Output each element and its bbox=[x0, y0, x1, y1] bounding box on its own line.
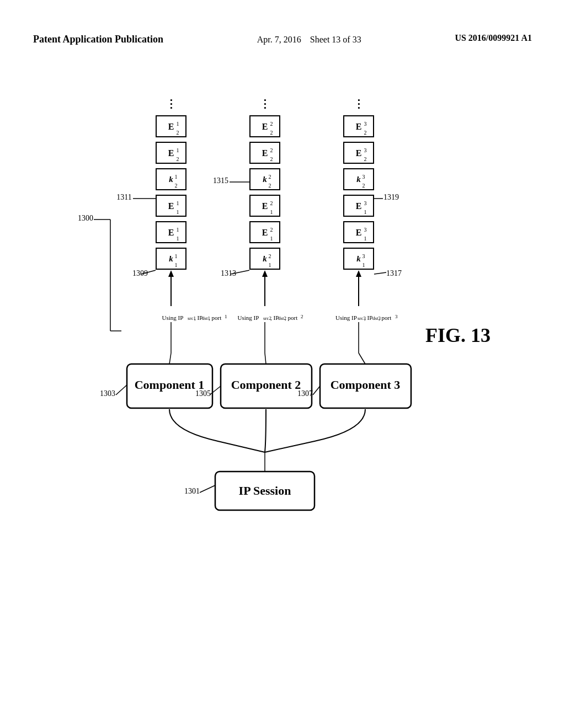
component2-box bbox=[221, 364, 312, 408]
ref-1301: 1301 bbox=[184, 487, 200, 495]
svg-text:k: k bbox=[169, 175, 173, 184]
svg-line-91 bbox=[200, 485, 215, 493]
svg-text:2: 2 bbox=[364, 130, 367, 136]
svg-text:2: 2 bbox=[364, 156, 367, 162]
svg-text:, port: , port bbox=[285, 314, 297, 321]
svg-text:E: E bbox=[262, 148, 268, 158]
svg-text:src3: src3 bbox=[358, 315, 366, 321]
page-header: Patent Application Publication Apr. 7, 2… bbox=[0, 33, 565, 46]
svg-text:2: 2 bbox=[270, 227, 273, 233]
session-box bbox=[215, 472, 315, 510]
svg-text:2: 2 bbox=[269, 253, 271, 259]
svg-line-84 bbox=[116, 385, 127, 395]
svg-text:2: 2 bbox=[363, 183, 365, 189]
svg-text:2: 2 bbox=[269, 174, 271, 180]
svg-text:3: 3 bbox=[364, 227, 367, 233]
enc-box-col3-E32-top bbox=[344, 116, 374, 137]
svg-text:1: 1 bbox=[177, 121, 179, 127]
svg-line-88 bbox=[265, 353, 266, 364]
ref-1305: 1305 bbox=[195, 389, 211, 398]
svg-text:src1: src1 bbox=[188, 315, 196, 321]
svg-text:3: 3 bbox=[395, 314, 398, 319]
svg-marker-20 bbox=[168, 270, 174, 277]
enc-box-col3-E31-2 bbox=[344, 222, 374, 243]
ref-1313: 1313 bbox=[221, 269, 236, 277]
svg-text:E: E bbox=[262, 122, 268, 131]
svg-text:E: E bbox=[262, 201, 268, 211]
svg-line-73 bbox=[374, 272, 386, 274]
ref-1319: 1319 bbox=[383, 193, 399, 201]
component1-label: Component 1 bbox=[135, 378, 205, 392]
svg-text:, IP: , IP bbox=[270, 314, 279, 321]
svg-text:2: 2 bbox=[177, 156, 179, 162]
svg-text:, IP: , IP bbox=[364, 314, 372, 321]
ref-1317: 1317 bbox=[386, 269, 402, 277]
svg-text:dst3: dst3 bbox=[372, 315, 381, 321]
brace-left bbox=[169, 409, 265, 452]
svg-text:E: E bbox=[356, 148, 362, 158]
ref-1307: 1307 bbox=[297, 389, 313, 398]
dots-col1: ⋮ bbox=[166, 98, 177, 110]
publication-text: Patent Application Publication bbox=[33, 34, 163, 45]
svg-text:2: 2 bbox=[301, 314, 303, 319]
component3-box bbox=[320, 364, 411, 408]
ref-1309: 1309 bbox=[132, 269, 148, 277]
patent-text: US 2016/0099921 A1 bbox=[455, 33, 532, 42]
svg-text:E: E bbox=[262, 228, 268, 237]
svg-text:2: 2 bbox=[270, 200, 273, 206]
svg-text:1: 1 bbox=[364, 235, 367, 242]
enc-box-col1-E11 bbox=[156, 195, 186, 216]
enc-box-col2-E22-2 bbox=[250, 142, 280, 163]
brace-middle bbox=[265, 409, 266, 452]
svg-text:, port: , port bbox=[379, 314, 391, 321]
svg-text:1: 1 bbox=[225, 314, 227, 319]
publication-title: Patent Application Publication bbox=[33, 33, 163, 46]
fig-label: FIG. 13 bbox=[425, 324, 491, 346]
key-box-col1-k11 bbox=[156, 248, 186, 269]
svg-text:dst1: dst1 bbox=[202, 315, 210, 321]
svg-line-85 bbox=[210, 386, 221, 395]
ref-1300: 1300 bbox=[78, 214, 93, 222]
component3-label: Component 3 bbox=[331, 378, 401, 392]
key-box-col2-k21 bbox=[250, 248, 280, 269]
enc-box-col1-E11-2 bbox=[156, 222, 186, 243]
enc-box-col3-E31 bbox=[344, 195, 374, 216]
svg-text:1: 1 bbox=[175, 253, 178, 259]
svg-text:, IP: , IP bbox=[194, 314, 202, 321]
svg-text:1: 1 bbox=[270, 235, 273, 242]
using-label-col1: Using IP bbox=[162, 314, 184, 321]
key-box-col3-k31 bbox=[344, 248, 374, 269]
svg-text:1: 1 bbox=[175, 174, 178, 180]
svg-text:2: 2 bbox=[175, 183, 178, 189]
svg-text:3: 3 bbox=[364, 147, 367, 153]
svg-text:k: k bbox=[263, 175, 267, 184]
svg-text:2: 2 bbox=[270, 147, 273, 153]
component1-box bbox=[127, 364, 212, 408]
svg-text:2: 2 bbox=[270, 130, 273, 136]
component2-label: Component 2 bbox=[231, 378, 301, 392]
svg-text:E: E bbox=[168, 228, 174, 237]
svg-text:3: 3 bbox=[364, 200, 367, 206]
enc-box-col2-E22-top bbox=[250, 116, 280, 137]
svg-text:1: 1 bbox=[175, 262, 178, 268]
svg-line-46 bbox=[231, 270, 249, 274]
ref-1311: 1311 bbox=[116, 193, 131, 201]
svg-text:1: 1 bbox=[177, 147, 179, 153]
ref-1303: 1303 bbox=[100, 389, 115, 398]
key-box-col1-k12 bbox=[156, 169, 186, 190]
svg-line-87 bbox=[169, 353, 171, 364]
svg-line-86 bbox=[313, 386, 320, 395]
key-box-col2-k22 bbox=[250, 169, 280, 190]
svg-text:1: 1 bbox=[363, 262, 365, 268]
svg-text:E: E bbox=[168, 122, 174, 131]
svg-text:, port: , port bbox=[209, 314, 221, 321]
dots-col2: ⋮ bbox=[259, 98, 270, 110]
svg-text:E: E bbox=[168, 201, 174, 211]
svg-text:k: k bbox=[169, 254, 173, 263]
dots-col3: ⋮ bbox=[353, 98, 364, 110]
svg-text:2: 2 bbox=[270, 156, 273, 162]
brace-right bbox=[265, 409, 365, 452]
svg-marker-74 bbox=[356, 270, 361, 277]
svg-text:1: 1 bbox=[177, 235, 179, 242]
svg-text:3: 3 bbox=[363, 253, 365, 259]
